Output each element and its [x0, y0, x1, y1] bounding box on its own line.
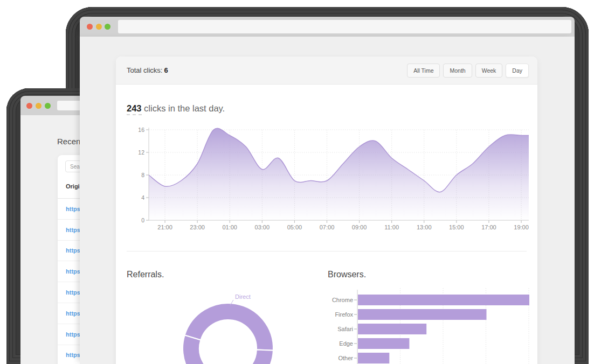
browsers-bar-chart: ChromeFirefoxSafariEdgeOther: [323, 285, 531, 364]
clicks-count: 243: [127, 103, 142, 115]
svg-text:09:00: 09:00: [352, 224, 367, 230]
range-button-month[interactable]: Month: [443, 64, 472, 78]
svg-text:03:00: 03:00: [255, 224, 270, 230]
range-button-week[interactable]: Week: [475, 64, 503, 78]
total-clicks-value: 6: [164, 66, 168, 74]
browsers-title: Browsers.: [328, 270, 366, 279]
recent-links-heading: Recent: [57, 137, 83, 146]
range-button-all-time[interactable]: All Time: [407, 64, 440, 78]
analytics-card-header: Total clicks:6 All TimeMonthWeekDay: [116, 57, 537, 85]
clicks-headline: 243 clicks in the last day.: [127, 103, 225, 114]
close-button-icon[interactable]: [26, 103, 32, 109]
svg-text:01:00: 01:00: [222, 224, 237, 230]
svg-text:19:00: 19:00: [514, 224, 529, 230]
svg-text:23:00: 23:00: [190, 224, 205, 230]
minimize-button-icon[interactable]: [36, 103, 42, 109]
main-window-titlebar: [80, 17, 575, 37]
desktop-canvas: Recent Origin https://https://https://ht…: [0, 0, 594, 364]
referrals-title: Referrals.: [127, 270, 164, 279]
referrals-donut-chart: Direct: [170, 285, 305, 364]
range-buttons: All TimeMonthWeekDay: [407, 64, 529, 78]
maximize-button-icon[interactable]: [105, 24, 110, 30]
main-window-page: Total clicks:6 All TimeMonthWeekDay 243 …: [80, 37, 575, 364]
svg-text:Safari: Safari: [337, 326, 353, 332]
svg-text:16: 16: [138, 127, 144, 133]
range-button-day[interactable]: Day: [506, 64, 529, 78]
clicks-headline-text: clicks in the last day.: [142, 103, 225, 113]
analytics-card: Total clicks:6 All TimeMonthWeekDay 243 …: [116, 57, 537, 364]
svg-text:0: 0: [141, 217, 144, 223]
svg-text:05:00: 05:00: [287, 224, 302, 230]
svg-text:21:00: 21:00: [157, 224, 172, 230]
clicks-area-chart: 21:0023:0001:0003:0005:0007:0009:0011:00…: [127, 122, 537, 233]
svg-text:8: 8: [141, 172, 144, 178]
address-bar[interactable]: [118, 20, 571, 33]
minimize-button-icon[interactable]: [96, 24, 102, 30]
svg-text:Other: Other: [338, 355, 353, 361]
svg-text:Firefox: Firefox: [335, 311, 353, 318]
svg-text:Chrome: Chrome: [332, 297, 353, 303]
section-divider: [127, 251, 527, 251]
total-clicks-text: Total clicks:: [127, 66, 162, 74]
svg-text:Direct: Direct: [235, 293, 251, 300]
svg-text:13:00: 13:00: [417, 224, 432, 230]
svg-text:Edge: Edge: [339, 340, 353, 347]
maximize-button-icon[interactable]: [45, 103, 51, 109]
svg-text:17:00: 17:00: [481, 224, 496, 230]
close-button-icon[interactable]: [87, 24, 93, 30]
svg-text:07:00: 07:00: [320, 224, 335, 230]
svg-text:12: 12: [138, 149, 144, 156]
total-clicks-label: Total clicks:6: [127, 66, 168, 74]
svg-text:4: 4: [141, 194, 144, 201]
svg-text:15:00: 15:00: [449, 224, 464, 230]
svg-text:11:00: 11:00: [384, 224, 399, 230]
